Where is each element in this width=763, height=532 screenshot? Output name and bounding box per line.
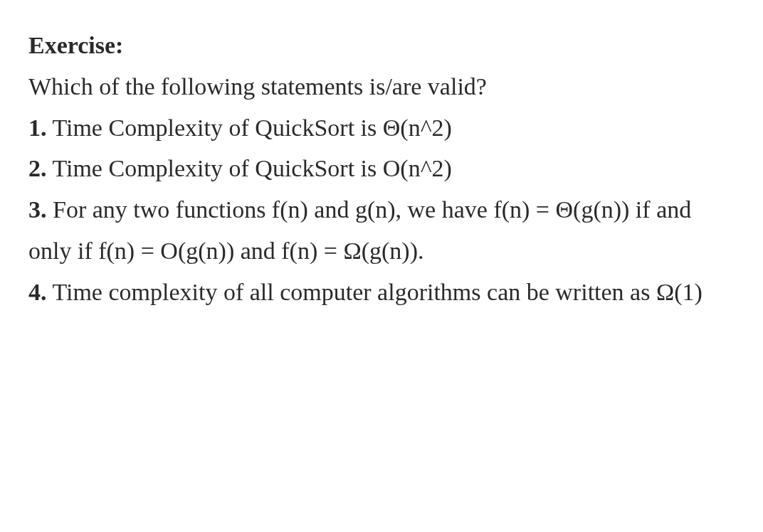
exercise-question: Which of the following statements is/are…	[28, 66, 733, 107]
item-number: 4.	[28, 279, 47, 305]
exercise-block: Exercise: Which of the following stateme…	[28, 25, 733, 313]
item-text: Time Complexity of QuickSort is Θ(n^2)	[52, 115, 452, 141]
item-text: Time Complexity of QuickSort is O(n^2)	[52, 155, 452, 181]
exercise-heading: Exercise:	[28, 32, 123, 58]
item-number: 1.	[28, 115, 47, 141]
exercise-item-3: 3. For any two functions f(n) and g(n), …	[28, 189, 733, 272]
item-number: 2.	[28, 155, 47, 181]
exercise-item-1: 1. Time Complexity of QuickSort is Θ(n^2…	[28, 107, 733, 149]
exercise-header-line: Exercise:	[28, 25, 733, 66]
item-text: Time complexity of all computer algorith…	[52, 279, 702, 305]
item-number: 3.	[28, 196, 47, 223]
exercise-item-2: 2. Time Complexity of QuickSort is O(n^2…	[28, 148, 733, 189]
item-text: For any two functions f(n) and g(n), we …	[28, 196, 691, 264]
exercise-item-4: 4. Time complexity of all computer algor…	[28, 272, 733, 313]
